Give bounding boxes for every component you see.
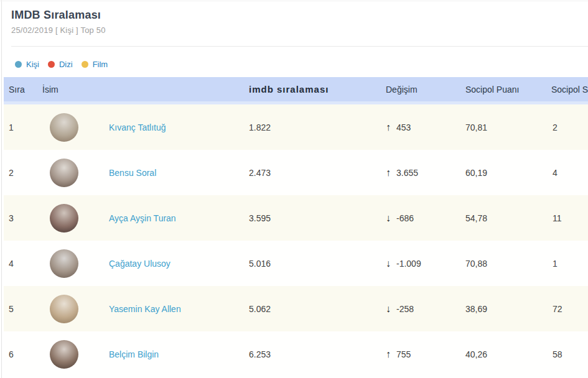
page: IMDB Sıralaması 25/02/2019 [ Kişi ] Top … (0, 0, 588, 378)
change-value: -686 (396, 213, 414, 223)
socipol-rank-cell: 1 (550, 259, 588, 269)
person-name-link[interactable]: Kıvanç Tatlıtuğ (109, 122, 166, 132)
column-header-change[interactable]: Değişim (386, 85, 465, 94)
legend-item-film[interactable]: Film (82, 60, 108, 69)
change-cell: ↓ -258 (386, 304, 465, 314)
socipol-rank-cell: 11 (550, 213, 588, 223)
rank-cell: 4 (4, 259, 42, 269)
person-name-link[interactable]: Ayça Ayşin Turan (109, 213, 176, 223)
avatar[interactable] (50, 204, 78, 233)
person-name-link[interactable]: Yasemin Kay Allen (109, 304, 181, 314)
column-header-name[interactable]: İsim (42, 85, 249, 94)
change-cell: ↑ 755 (386, 349, 465, 359)
film-dot-icon (82, 61, 88, 68)
column-header-imdb[interactable]: imdb sıralaması (249, 84, 386, 94)
socipol-score-cell: 40,26 (465, 349, 550, 359)
kisi-dot-icon (15, 61, 22, 68)
name-cell: Bensu Soral (42, 159, 249, 187)
rank-cell: 5 (4, 304, 42, 314)
rank-cell: 1 (4, 122, 42, 132)
avatar[interactable] (50, 159, 78, 187)
arrow-up-icon: ↑ (386, 349, 391, 359)
socipol-rank-cell: 4 (550, 168, 588, 178)
change-value: -258 (396, 304, 414, 314)
socipol-rank-cell: 72 (550, 304, 588, 314)
arrow-down-icon: ↓ (386, 213, 391, 223)
imdb-rank-cell: 5.016 (249, 259, 386, 269)
rank-cell: 6 (4, 349, 42, 359)
change-value: -1.009 (396, 259, 421, 269)
legend-item-dizi[interactable]: Dizi (48, 60, 73, 69)
page-title: IMDB Sıralaması (11, 9, 588, 22)
name-cell: Belçim Bilgin (42, 340, 249, 369)
change-cell: ↓ -1.009 (386, 259, 465, 269)
table-row[interactable]: 5 Yasemin Kay Allen 5.062 ↓ -258 38,69 7… (4, 286, 588, 331)
avatar[interactable] (50, 340, 78, 369)
socipol-score-cell: 60,19 (465, 168, 550, 178)
legend-label: Dizi (59, 60, 73, 69)
ranking-table: Sıra İsim imdb sıralaması Değişim Socipo… (4, 77, 588, 377)
legend-item-kisi[interactable]: Kişi (15, 60, 39, 69)
table-row[interactable]: 4 Çağatay Ulusoy 5.016 ↓ -1.009 70,88 1 (4, 241, 588, 286)
table-row[interactable]: 3 Ayça Ayşin Turan 3.595 ↓ -686 54,78 11 (4, 195, 588, 241)
person-name-link[interactable]: Çağatay Ulusoy (109, 259, 170, 269)
socipol-score-cell: 54,78 (465, 213, 550, 223)
table-row[interactable]: 2 Bensu Soral 2.473 ↑ 3.655 60,19 4 (4, 150, 588, 195)
column-header-socipol-score[interactable]: Socipol Puanı (465, 85, 550, 94)
arrow-up-icon: ↑ (386, 168, 391, 178)
imdb-rank-cell: 3.595 (249, 213, 386, 223)
dizi-dot-icon (48, 61, 55, 68)
table-header-row: Sıra İsim imdb sıralaması Değişim Socipo… (4, 77, 588, 104)
legend-label: Kişi (26, 60, 39, 69)
table-row[interactable]: 6 Belçim Bilgin 6.253 ↑ 755 40,26 58 (4, 331, 588, 377)
socipol-rank-cell: 2 (550, 122, 588, 132)
change-value: 755 (396, 349, 411, 359)
avatar[interactable] (50, 113, 78, 142)
name-cell: Kıvanç Tatlıtuğ (42, 113, 249, 142)
change-cell: ↑ 3.655 (386, 168, 465, 178)
arrow-down-icon: ↓ (386, 304, 391, 314)
column-header-socipol-rank[interactable]: Socipol Sıra (550, 85, 588, 94)
rank-cell: 2 (4, 168, 42, 178)
name-cell: Yasemin Kay Allen (42, 295, 249, 323)
change-cell: ↓ -686 (386, 213, 465, 223)
arrow-up-icon: ↑ (386, 122, 391, 132)
person-name-link[interactable]: Belçim Bilgin (109, 349, 159, 359)
name-cell: Ayça Ayşin Turan (42, 204, 249, 233)
imdb-rank-cell: 2.473 (249, 168, 386, 178)
change-value: 453 (396, 122, 411, 132)
legend-label: Film (93, 60, 108, 69)
imdb-rank-cell: 1.822 (249, 122, 386, 132)
avatar[interactable] (50, 249, 78, 278)
name-cell: Çağatay Ulusoy (42, 249, 249, 278)
socipol-score-cell: 70,81 (465, 122, 550, 132)
socipol-score-cell: 70,88 (465, 259, 550, 269)
change-value: 3.655 (396, 168, 418, 178)
socipol-rank-cell: 58 (550, 349, 588, 359)
imdb-rank-cell: 6.253 (249, 349, 386, 359)
table-row[interactable]: 1 Kıvanç Tatlıtuğ 1.822 ↑ 453 70,81 2 (4, 104, 588, 150)
person-name-link[interactable]: Bensu Soral (109, 168, 156, 178)
rank-cell: 3 (4, 213, 42, 223)
avatar[interactable] (50, 295, 78, 323)
chart-legend: Kişi Dizi Film (15, 60, 588, 69)
page-subtitle: 25/02/2019 [ Kişi ] Top 50 (11, 25, 588, 35)
socipol-score-cell: 38,69 (465, 304, 550, 314)
column-header-rank[interactable]: Sıra (4, 85, 42, 94)
change-cell: ↑ 453 (386, 122, 465, 132)
titlebar: IMDB Sıralaması 25/02/2019 [ Kişi ] Top … (0, 0, 588, 35)
imdb-rank-cell: 5.062 (249, 304, 386, 314)
divider (11, 46, 588, 47)
arrow-down-icon: ↓ (386, 259, 391, 269)
